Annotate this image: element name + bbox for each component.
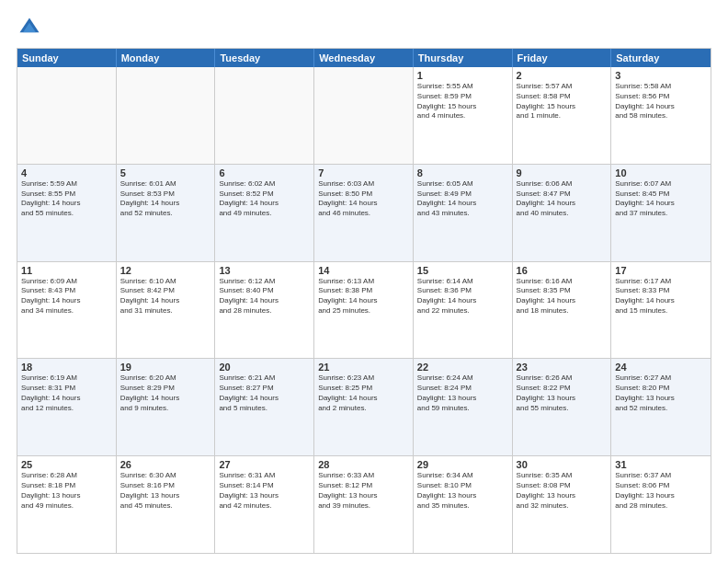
calendar-cell-r2-c1: 12Sunrise: 6:10 AM Sunset: 8:42 PM Dayli… <box>117 262 216 359</box>
calendar-cell-r3-c5: 23Sunrise: 6:26 AM Sunset: 8:22 PM Dayli… <box>513 359 612 455</box>
cell-info: Sunrise: 6:35 AM Sunset: 8:08 PM Dayligh… <box>517 471 608 511</box>
calendar-cell-r2-c0: 11Sunrise: 6:09 AM Sunset: 8:43 PM Dayli… <box>17 262 117 359</box>
cell-info: Sunrise: 6:28 AM Sunset: 8:18 PM Dayligh… <box>21 471 112 511</box>
day-number: 29 <box>417 459 508 470</box>
day-number: 20 <box>219 362 310 373</box>
day-number: 27 <box>219 459 310 470</box>
cell-info: Sunrise: 6:21 AM Sunset: 8:27 PM Dayligh… <box>219 373 310 413</box>
calendar-cell-r4-c6: 31Sunrise: 6:37 AM Sunset: 8:06 PM Dayli… <box>611 456 711 553</box>
calendar-cell-r0-c6: 3Sunrise: 5:58 AM Sunset: 8:56 PM Daylig… <box>611 67 711 164</box>
calendar-cell-r2-c3: 14Sunrise: 6:13 AM Sunset: 8:38 PM Dayli… <box>314 262 414 359</box>
day-number: 21 <box>318 362 409 373</box>
day-number: 4 <box>21 167 112 178</box>
header-wednesday: Wednesday <box>314 49 414 67</box>
cell-info: Sunrise: 6:33 AM Sunset: 8:12 PM Dayligh… <box>318 471 409 511</box>
cell-info: Sunrise: 6:27 AM Sunset: 8:20 PM Dayligh… <box>615 373 707 413</box>
day-number: 2 <box>517 70 608 81</box>
day-number: 12 <box>120 265 211 276</box>
calendar-cell-r2-c6: 17Sunrise: 6:17 AM Sunset: 8:33 PM Dayli… <box>611 262 711 359</box>
cell-info: Sunrise: 6:10 AM Sunset: 8:42 PM Dayligh… <box>120 277 211 316</box>
day-number: 15 <box>417 265 508 276</box>
calendar-cell-r1-c3: 7Sunrise: 6:03 AM Sunset: 8:50 PM Daylig… <box>314 165 414 261</box>
calendar-cell-r3-c6: 24Sunrise: 6:27 AM Sunset: 8:20 PM Dayli… <box>611 359 711 455</box>
calendar-cell-r3-c1: 19Sunrise: 6:20 AM Sunset: 8:29 PM Dayli… <box>117 359 216 455</box>
calendar-cell-r4-c2: 27Sunrise: 6:31 AM Sunset: 8:14 PM Dayli… <box>215 456 314 553</box>
calendar-cell-r1-c4: 8Sunrise: 6:05 AM Sunset: 8:49 PM Daylig… <box>414 165 513 261</box>
cell-info: Sunrise: 6:12 AM Sunset: 8:40 PM Dayligh… <box>219 277 310 316</box>
header-sunday: Sunday <box>17 49 117 67</box>
day-number: 9 <box>517 167 608 178</box>
cell-info: Sunrise: 6:14 AM Sunset: 8:36 PM Dayligh… <box>417 277 508 316</box>
day-number: 7 <box>318 167 409 178</box>
day-number: 30 <box>517 459 608 470</box>
day-number: 1 <box>417 70 508 81</box>
cell-info: Sunrise: 6:02 AM Sunset: 8:52 PM Dayligh… <box>219 179 310 219</box>
calendar: Sunday Monday Tuesday Wednesday Thursday… <box>17 48 711 554</box>
cell-info: Sunrise: 6:23 AM Sunset: 8:25 PM Dayligh… <box>318 373 409 413</box>
cell-info: Sunrise: 6:19 AM Sunset: 8:31 PM Dayligh… <box>21 373 112 413</box>
day-number: 17 <box>615 265 707 276</box>
calendar-cell-r2-c2: 13Sunrise: 6:12 AM Sunset: 8:40 PM Dayli… <box>215 262 314 359</box>
day-number: 11 <box>21 265 112 276</box>
header-tuesday: Tuesday <box>215 49 314 67</box>
cell-info: Sunrise: 6:06 AM Sunset: 8:47 PM Dayligh… <box>517 179 608 219</box>
cell-info: Sunrise: 6:17 AM Sunset: 8:33 PM Dayligh… <box>615 277 707 316</box>
header-monday: Monday <box>117 49 216 67</box>
calendar-row-4: 25Sunrise: 6:28 AM Sunset: 8:18 PM Dayli… <box>17 455 711 553</box>
day-number: 25 <box>21 459 112 470</box>
cell-info: Sunrise: 6:13 AM Sunset: 8:38 PM Dayligh… <box>318 277 409 316</box>
day-number: 22 <box>417 362 508 373</box>
cell-info: Sunrise: 6:20 AM Sunset: 8:29 PM Dayligh… <box>120 373 211 413</box>
calendar-cell-r3-c4: 22Sunrise: 6:24 AM Sunset: 8:24 PM Dayli… <box>414 359 513 455</box>
cell-info: Sunrise: 5:59 AM Sunset: 8:55 PM Dayligh… <box>21 179 112 219</box>
calendar-cell-r0-c1 <box>117 67 216 164</box>
calendar-cell-r3-c2: 20Sunrise: 6:21 AM Sunset: 8:27 PM Dayli… <box>215 359 314 455</box>
calendar-body: 1Sunrise: 5:55 AM Sunset: 8:59 PM Daylig… <box>17 67 711 553</box>
calendar-cell-r1-c0: 4Sunrise: 5:59 AM Sunset: 8:55 PM Daylig… <box>17 165 117 261</box>
calendar-cell-r0-c3 <box>314 67 414 164</box>
calendar-cell-r0-c0 <box>17 67 117 164</box>
day-number: 3 <box>615 70 707 81</box>
day-number: 24 <box>615 362 707 373</box>
calendar-cell-r1-c2: 6Sunrise: 6:02 AM Sunset: 8:52 PM Daylig… <box>215 165 314 261</box>
day-number: 16 <box>517 265 608 276</box>
cell-info: Sunrise: 6:03 AM Sunset: 8:50 PM Dayligh… <box>318 179 409 219</box>
day-number: 6 <box>219 167 310 178</box>
cell-info: Sunrise: 6:01 AM Sunset: 8:53 PM Dayligh… <box>120 179 211 219</box>
cell-info: Sunrise: 6:24 AM Sunset: 8:24 PM Dayligh… <box>417 373 508 413</box>
calendar-cell-r3-c0: 18Sunrise: 6:19 AM Sunset: 8:31 PM Dayli… <box>17 359 117 455</box>
calendar-cell-r2-c4: 15Sunrise: 6:14 AM Sunset: 8:36 PM Dayli… <box>414 262 513 359</box>
header-thursday: Thursday <box>414 49 513 67</box>
day-number: 8 <box>417 167 508 178</box>
calendar-cell-r3-c3: 21Sunrise: 6:23 AM Sunset: 8:25 PM Dayli… <box>314 359 414 455</box>
calendar-header: Sunday Monday Tuesday Wednesday Thursday… <box>17 49 711 67</box>
cell-info: Sunrise: 6:26 AM Sunset: 8:22 PM Dayligh… <box>517 373 608 413</box>
cell-info: Sunrise: 6:34 AM Sunset: 8:10 PM Dayligh… <box>417 471 508 511</box>
logo <box>17 15 46 40</box>
calendar-row-0: 1Sunrise: 5:55 AM Sunset: 8:59 PM Daylig… <box>17 67 711 164</box>
cell-info: Sunrise: 6:16 AM Sunset: 8:35 PM Dayligh… <box>517 277 608 316</box>
day-number: 26 <box>120 459 211 470</box>
day-number: 18 <box>21 362 112 373</box>
day-number: 28 <box>318 459 409 470</box>
calendar-row-1: 4Sunrise: 5:59 AM Sunset: 8:55 PM Daylig… <box>17 164 711 261</box>
calendar-cell-r4-c3: 28Sunrise: 6:33 AM Sunset: 8:12 PM Dayli… <box>314 456 414 553</box>
cell-info: Sunrise: 5:58 AM Sunset: 8:56 PM Dayligh… <box>615 82 707 121</box>
calendar-cell-r4-c4: 29Sunrise: 6:34 AM Sunset: 8:10 PM Dayli… <box>414 456 513 553</box>
day-number: 5 <box>120 167 211 178</box>
calendar-cell-r4-c1: 26Sunrise: 6:30 AM Sunset: 8:16 PM Dayli… <box>117 456 216 553</box>
day-number: 14 <box>318 265 409 276</box>
cell-info: Sunrise: 6:37 AM Sunset: 8:06 PM Dayligh… <box>615 471 707 511</box>
calendar-cell-r1-c5: 9Sunrise: 6:06 AM Sunset: 8:47 PM Daylig… <box>513 165 612 261</box>
cell-info: Sunrise: 5:57 AM Sunset: 8:58 PM Dayligh… <box>517 82 608 121</box>
calendar-cell-r4-c0: 25Sunrise: 6:28 AM Sunset: 8:18 PM Dayli… <box>17 456 117 553</box>
day-number: 19 <box>120 362 211 373</box>
header <box>17 15 711 40</box>
day-number: 13 <box>219 265 310 276</box>
day-number: 10 <box>615 167 707 178</box>
calendar-cell-r1-c6: 10Sunrise: 6:07 AM Sunset: 8:45 PM Dayli… <box>611 165 711 261</box>
calendar-cell-r2-c5: 16Sunrise: 6:16 AM Sunset: 8:35 PM Dayli… <box>513 262 612 359</box>
cell-info: Sunrise: 6:31 AM Sunset: 8:14 PM Dayligh… <box>219 471 310 511</box>
calendar-row-3: 18Sunrise: 6:19 AM Sunset: 8:31 PM Dayli… <box>17 358 711 455</box>
calendar-cell-r4-c5: 30Sunrise: 6:35 AM Sunset: 8:08 PM Dayli… <box>513 456 612 553</box>
